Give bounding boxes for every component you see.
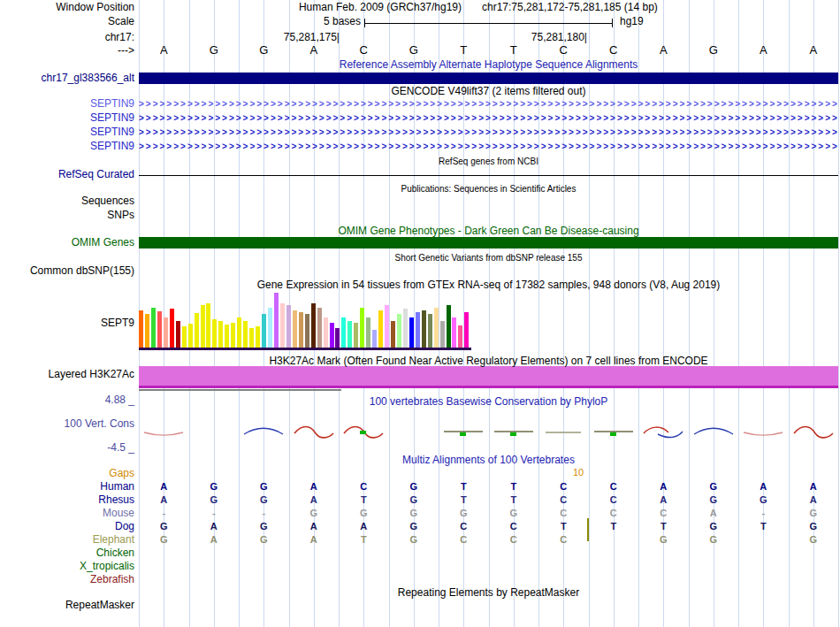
- gtex-expression-bar[interactable]: [447, 305, 451, 348]
- track-title-gtex[interactable]: Gene Expression in 54 tissues from GTEx …: [139, 279, 838, 291]
- gtex-expression-bar[interactable]: [458, 325, 462, 348]
- gtex-expression-bar[interactable]: [335, 328, 340, 348]
- track-title-multiz[interactable]: Multiz Alignments of 100 Vertebrates: [139, 454, 838, 466]
- gtex-expression-bar[interactable]: [151, 308, 156, 348]
- label-sequences[interactable]: Sequences: [0, 195, 134, 207]
- gtex-expression-bar[interactable]: [330, 323, 334, 348]
- gtex-expression-bar[interactable]: [182, 326, 187, 348]
- gtex-expression-bar[interactable]: [212, 319, 217, 348]
- gtex-expression-bar[interactable]: [231, 323, 235, 348]
- label-common-dbsnp[interactable]: Common dbSNP(155): [0, 265, 134, 277]
- gtex-expression-bar[interactable]: [268, 308, 272, 348]
- gtex-expression-bar[interactable]: [464, 312, 469, 348]
- label-sept9[interactable]: SEPT9: [0, 317, 134, 329]
- label-100-vert-cons[interactable]: 100 Vert. Cons: [0, 418, 134, 430]
- gtex-expression-bar[interactable]: [176, 321, 180, 348]
- label-chicken[interactable]: Chicken: [0, 547, 134, 559]
- gtex-expression-bar[interactable]: [440, 321, 445, 348]
- gene-septin9-strand-arrows[interactable]: >>>>>>>>>>>>>>>>>>>>>>>>>>>>>>>>>>>>>>>>…: [139, 126, 838, 139]
- phylop-wiggle[interactable]: [638, 422, 688, 445]
- label-dog[interactable]: Dog: [0, 521, 134, 532]
- gtex-expression-bar[interactable]: [280, 303, 285, 348]
- gtex-expression-bar[interactable]: [201, 305, 205, 348]
- label-mouse[interactable]: Mouse: [0, 508, 134, 519]
- phylop-wiggle[interactable]: [239, 422, 288, 445]
- gtex-expression-bar[interactable]: [428, 314, 432, 348]
- track-title-h3k27ac[interactable]: H3K27Ac Mark (Often Found Near Active Re…: [139, 355, 838, 367]
- gtex-expression-bar[interactable]: [170, 309, 174, 348]
- phylop-wiggle[interactable]: [289, 422, 339, 445]
- phylop-wiggle[interactable]: [538, 422, 588, 445]
- label-septin9-4[interactable]: SEPTIN9: [0, 141, 134, 152]
- phylop-wiggle[interactable]: [489, 422, 538, 445]
- phylop-wiggle[interactable]: [439, 422, 488, 445]
- gtex-expression-bar[interactable]: [311, 303, 316, 348]
- gtex-expression-bar[interactable]: [403, 309, 408, 348]
- label-septin9-3[interactable]: SEPTIN9: [0, 126, 134, 138]
- label-layered-h3k27ac[interactable]: Layered H3K27Ac: [0, 369, 134, 380]
- gtex-expression-bar[interactable]: [188, 324, 193, 348]
- phylop-wiggle[interactable]: [689, 422, 738, 445]
- gtex-expression-bar[interactable]: [274, 293, 279, 348]
- gtex-expression-bar[interactable]: [305, 314, 309, 348]
- gtex-expression-bar[interactable]: [195, 313, 199, 348]
- gtex-expression-bar[interactable]: [341, 317, 346, 348]
- gtex-expression-bar[interactable]: [409, 317, 414, 348]
- gtex-expression-bar[interactable]: [397, 314, 401, 348]
- gtex-expression-bar[interactable]: [237, 317, 241, 348]
- phylop-wiggle[interactable]: [589, 422, 638, 445]
- label-septin9-1[interactable]: SEPTIN9: [0, 98, 134, 110]
- gtex-expression-bar[interactable]: [249, 328, 254, 348]
- gene-septin9-strand-arrows[interactable]: >>>>>>>>>>>>>>>>>>>>>>>>>>>>>>>>>>>>>>>>…: [139, 141, 838, 153]
- track-title-alt-haplotype[interactable]: Reference Assembly Alternate Haplotype S…: [139, 58, 838, 71]
- gene-septin9-strand-arrows[interactable]: >>>>>>>>>>>>>>>>>>>>>>>>>>>>>>>>>>>>>>>>…: [139, 98, 838, 111]
- gtex-expression-bar[interactable]: [262, 314, 266, 348]
- track-title-repeatmasker[interactable]: Repeating Elements by RepeatMasker: [139, 586, 838, 599]
- gtex-expression-bar[interactable]: [164, 317, 168, 348]
- gtex-expression-bar[interactable]: [139, 310, 143, 348]
- label-human[interactable]: Human: [0, 481, 134, 493]
- gtex-expression-bar[interactable]: [218, 321, 223, 348]
- gtex-expression-bar[interactable]: [286, 305, 291, 348]
- track-title-dbsnp[interactable]: Short Genetic Variants from dbSNP releas…: [139, 253, 838, 263]
- phylop-wiggle[interactable]: [139, 422, 188, 445]
- refseq-curated-item[interactable]: [139, 175, 838, 176]
- gtex-expression-bar[interactable]: [243, 321, 248, 348]
- track-title-publications[interactable]: Publications: Sequences in Scientific Ar…: [139, 184, 838, 194]
- gtex-expression-bar[interactable]: [206, 303, 210, 348]
- track-title-gencode[interactable]: GENCODE V49lift37 (2 items filtered out): [139, 85, 838, 97]
- track-title-omim[interactable]: OMIM Gene Phenotypes - Dark Green Can Be…: [139, 225, 838, 237]
- alt-haplotype-item[interactable]: [139, 73, 838, 84]
- gtex-expression-bar[interactable]: [422, 310, 426, 348]
- gtex-expression-bar[interactable]: [391, 321, 395, 348]
- phylop-wiggle[interactable]: [789, 422, 838, 445]
- gene-septin9-strand-arrows[interactable]: >>>>>>>>>>>>>>>>>>>>>>>>>>>>>>>>>>>>>>>>…: [139, 112, 838, 125]
- label-omim-genes[interactable]: OMIM Genes: [0, 237, 134, 249]
- label-elephant[interactable]: Elephant: [0, 534, 134, 546]
- gtex-expression-bar[interactable]: [378, 310, 383, 348]
- label-x-tropicalis[interactable]: X_tropicalis: [0, 561, 134, 572]
- gtex-expression-bar[interactable]: [366, 317, 370, 348]
- label-rhesus[interactable]: Rhesus: [0, 494, 134, 506]
- gtex-expression-bar[interactable]: [256, 326, 260, 348]
- gtex-expression-bar[interactable]: [225, 325, 229, 348]
- label-alt-haplotype[interactable]: chr17_gl383566_alt: [0, 73, 134, 84]
- gtex-expression-bar[interactable]: [347, 321, 352, 348]
- label-septin9-2[interactable]: SEPTIN9: [0, 112, 134, 124]
- gtex-expression-bar[interactable]: [372, 330, 377, 348]
- gtex-expression-bar[interactable]: [452, 317, 456, 348]
- gtex-expression-bar[interactable]: [434, 308, 439, 348]
- gtex-expression-bar[interactable]: [293, 310, 297, 348]
- gtex-expression-bar[interactable]: [324, 317, 328, 348]
- gtex-expression-bar[interactable]: [157, 311, 162, 348]
- gtex-expression-bar[interactable]: [354, 323, 358, 348]
- track-title-refseq[interactable]: RefSeq genes from NCBI: [139, 157, 838, 166]
- gtex-expression-bar[interactable]: [299, 312, 303, 348]
- label-zebrafish[interactable]: Zebrafish: [0, 574, 134, 585]
- gtex-expression-bar[interactable]: [317, 308, 322, 348]
- gtex-expression-bar[interactable]: [145, 314, 149, 348]
- omim-genes-item[interactable]: [139, 237, 838, 249]
- track-title-phylop[interactable]: 100 vertebrates Basewise Conservation by…: [139, 395, 838, 408]
- label-repeatmasker[interactable]: RepeatMasker: [0, 600, 134, 611]
- gtex-expression-bar[interactable]: [385, 305, 389, 348]
